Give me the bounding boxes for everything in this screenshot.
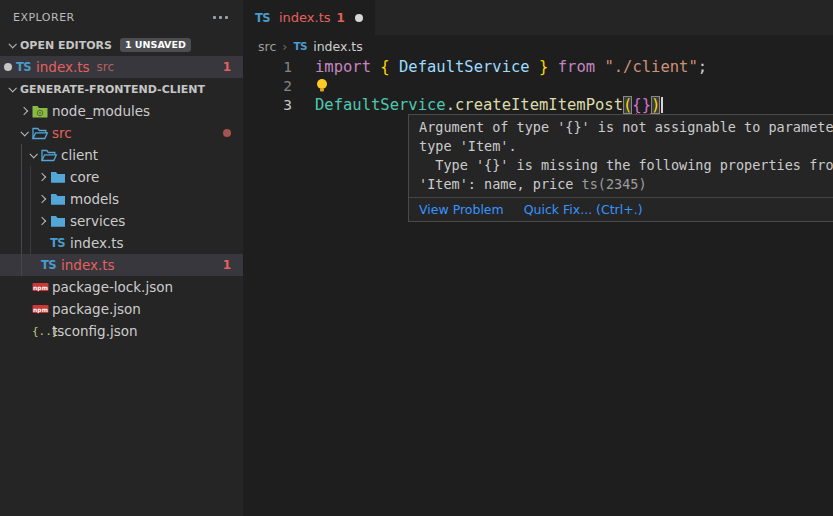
token: import bbox=[315, 58, 371, 76]
hover-message-line: Type '{}' is missing the following prope… bbox=[419, 156, 833, 175]
explorer-sidebar: EXPLORER OPEN EDITORS 1 UNSAVED TS index… bbox=[0, 0, 243, 516]
tree-item-index-ts[interactable]: TSindex.ts bbox=[0, 232, 243, 254]
svg-text:npm: npm bbox=[33, 284, 48, 292]
tree-item-tsconfig-json[interactable]: {..}tsconfig.json bbox=[0, 320, 243, 342]
tab-title: index.ts bbox=[279, 10, 331, 25]
tree-item-services[interactable]: services bbox=[0, 210, 243, 232]
error-count-badge: 1 bbox=[223, 60, 231, 74]
tree-item-package-json[interactable]: npmpackage.json bbox=[0, 298, 243, 320]
token: ; bbox=[698, 58, 707, 76]
hover-status-bar: View ProblemQuick Fix... (Ctrl+.) bbox=[409, 197, 833, 221]
text-cursor bbox=[661, 97, 663, 113]
open-editor-item-index-ts[interactable]: TS index.ts src 1 bbox=[0, 56, 243, 78]
file-tree: node_modulessrcclientcoremodelsservicesT… bbox=[0, 100, 243, 342]
token: } bbox=[539, 58, 548, 76]
token: DefaultService bbox=[315, 96, 446, 114]
typescript-icon: TS bbox=[293, 40, 307, 52]
open-editor-description: src bbox=[97, 60, 115, 74]
token bbox=[371, 58, 380, 76]
token: from bbox=[558, 58, 595, 76]
tree-item-label: index.ts bbox=[70, 235, 124, 251]
code-line-content: DefaultService.createItemItemPost({}) bbox=[292, 96, 663, 115]
tree-item-client[interactable]: client bbox=[0, 144, 243, 166]
token: . bbox=[446, 96, 455, 114]
breadcrumb-file[interactable]: index.ts bbox=[313, 39, 363, 54]
modified-dot-icon[interactable] bbox=[355, 14, 363, 22]
breadcrumb: src › TS index.ts bbox=[243, 35, 833, 57]
tree-item-label: package.json bbox=[52, 301, 141, 317]
typescript-icon: TS bbox=[50, 236, 68, 250]
chevron-down-icon bbox=[4, 42, 20, 48]
tree-item-models[interactable]: models bbox=[0, 188, 243, 210]
open-folder-icon bbox=[41, 149, 59, 162]
token: { bbox=[380, 58, 389, 76]
quick-fix-link[interactable]: Quick Fix... (Ctrl+.) bbox=[524, 202, 643, 217]
token bbox=[390, 58, 399, 76]
code-line-content: import { DefaultService } from "./client… bbox=[292, 58, 707, 77]
view-problem-link[interactable]: View Problem bbox=[419, 202, 504, 217]
chevron-down-icon bbox=[4, 86, 20, 92]
chevron-right-icon bbox=[34, 174, 50, 180]
tree-item-src[interactable]: src bbox=[0, 122, 243, 144]
hover-text: Argument of type '{}' is not assignable … bbox=[419, 119, 833, 135]
code-area[interactable]: 1import { DefaultService } from "./clien… bbox=[243, 57, 833, 115]
tree-item-label: client bbox=[61, 147, 98, 163]
tree-item-label: node_modules bbox=[52, 103, 150, 119]
line-number: 3 bbox=[243, 96, 292, 115]
tab-error-count: 1 bbox=[337, 11, 345, 25]
token: "./client" bbox=[604, 58, 697, 76]
hover-message-line: type 'Item'. bbox=[419, 137, 833, 156]
open-editors-header[interactable]: OPEN EDITORS 1 UNSAVED bbox=[0, 34, 243, 56]
indent-guide bbox=[21, 144, 22, 276]
indent-guide bbox=[30, 166, 31, 254]
hover-text: 'Item': name, price bbox=[419, 176, 582, 192]
code-line[interactable]: 3DefaultService.createItemItemPost({}) bbox=[243, 96, 833, 115]
typescript-icon: TS bbox=[16, 60, 34, 74]
tree-item-core[interactable]: core bbox=[0, 166, 243, 188]
vscode-window: EXPLORER OPEN EDITORS 1 UNSAVED TS index… bbox=[0, 0, 833, 516]
more-actions-icon[interactable] bbox=[211, 12, 230, 23]
typescript-icon: TS bbox=[255, 11, 273, 25]
svg-text:npm: npm bbox=[33, 306, 48, 314]
lightbulb-icon[interactable] bbox=[315, 78, 331, 93]
tree-item-label: models bbox=[70, 191, 119, 207]
token bbox=[595, 58, 604, 76]
typescript-icon: TS bbox=[41, 258, 59, 272]
line-number: 1 bbox=[243, 58, 292, 77]
chevron-right-icon bbox=[16, 108, 32, 114]
token: ( bbox=[623, 96, 632, 114]
tree-item-label: package-lock.json bbox=[52, 279, 173, 295]
token: DefaultService bbox=[399, 58, 530, 76]
code-line[interactable]: 2 bbox=[243, 77, 833, 96]
tree-item-index-ts[interactable]: TSindex.ts1 bbox=[0, 254, 243, 276]
workspace-label: GENERATE-FRONTEND-CLIENT bbox=[20, 83, 205, 96]
open-folder-icon bbox=[32, 127, 50, 140]
tree-item-package-lock-json[interactable]: npmpackage-lock.json bbox=[0, 276, 243, 298]
tree-item-label: tsconfig.json bbox=[52, 323, 138, 339]
node-modules-folder-icon bbox=[32, 105, 50, 118]
tree-item-label: src bbox=[52, 125, 72, 141]
breadcrumb-folder[interactable]: src bbox=[258, 39, 276, 54]
npm-icon: npm bbox=[32, 281, 50, 293]
open-editor-filename: index.ts bbox=[36, 59, 90, 75]
line-number: 2 bbox=[243, 77, 292, 96]
code-line[interactable]: 1import { DefaultService } from "./clien… bbox=[243, 58, 833, 77]
workspace-header[interactable]: GENERATE-FRONTEND-CLIENT bbox=[0, 78, 243, 100]
npm-icon: npm bbox=[32, 303, 50, 315]
open-editors-label: OPEN EDITORS bbox=[20, 39, 112, 52]
token: createItemItemPost bbox=[455, 96, 623, 114]
chevron-right-icon bbox=[34, 218, 50, 224]
error-hover-tooltip: Argument of type '{}' is not assignable … bbox=[408, 114, 833, 222]
folder-icon bbox=[50, 171, 68, 184]
code-line-content bbox=[292, 77, 331, 96]
tree-item-node-modules[interactable]: node_modules bbox=[0, 100, 243, 122]
chevron-down-icon bbox=[16, 130, 32, 136]
folder-icon bbox=[50, 193, 68, 206]
error-code: ts(2345) bbox=[582, 176, 647, 192]
tab-index-ts[interactable]: TS index.ts 1 bbox=[243, 0, 375, 35]
sidebar-title-row: EXPLORER bbox=[0, 0, 243, 34]
token: {} bbox=[632, 96, 651, 114]
folder-icon bbox=[50, 215, 68, 228]
token bbox=[548, 58, 557, 76]
explorer-title: EXPLORER bbox=[13, 11, 75, 24]
